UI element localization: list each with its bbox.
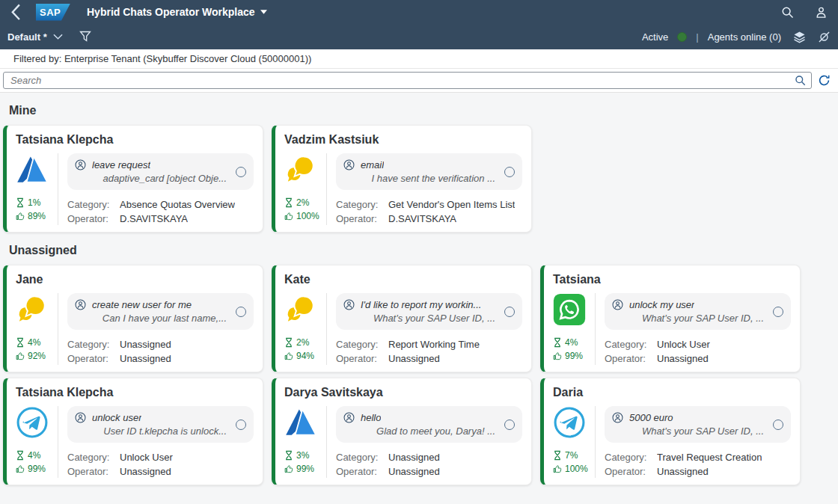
disconnected-icon[interactable] [818, 31, 831, 43]
chat-customer-name: Darya Savitskaya [284, 386, 522, 399]
chat-section: Mine Tatsiana Klepcha 1% 89% [3, 104, 835, 233]
hourglass-icon [284, 337, 293, 348]
chat-card[interactable]: Vadzim Kastsiuk 2% 100% [272, 125, 532, 233]
search-submit-icon[interactable] [795, 75, 806, 86]
category-label: Category: [67, 199, 120, 210]
select-chat-radio[interactable] [504, 167, 515, 177]
select-chat-radio[interactable] [236, 307, 246, 317]
chat-card-body: 4% 92% create new user for me [16, 293, 254, 365]
message-preview-text: I have sent the verification ... [343, 173, 495, 184]
wait-time-stat: 4% [16, 449, 56, 462]
operator-label: Operator: [605, 353, 657, 364]
satisfaction-percentage: 100% [565, 464, 588, 474]
category-row: Category: Absence Quotas Overview [67, 198, 254, 211]
thumbs-up-icon [553, 464, 562, 474]
wait-time-stat: 3% [284, 449, 325, 462]
chat-meta: Category: Report Working Time Operator: … [336, 338, 522, 365]
operator-label: Operator: [336, 466, 388, 477]
chat-card[interactable]: Tatsiana Klepcha 4% 99% [3, 378, 263, 485]
message-preview-bubble[interactable]: create new user for me Can I have your l… [67, 293, 254, 330]
chat-card[interactable]: Darya Savitskaya 3% 99% [272, 378, 532, 485]
message-preview-bubble[interactable]: leave request adaptive_card [object Obje… [67, 153, 254, 190]
message-preview-bubble[interactable]: hello Glad to meet you, Darya! ... [336, 406, 522, 443]
message-preview-text: Glad to meet you, Darya! ... [343, 425, 495, 437]
operator-row: Operator: Unassigned [605, 352, 791, 365]
toolbar-separator: | [696, 31, 698, 43]
card-divider [326, 153, 327, 225]
category-row: Category: Unassigned [67, 338, 254, 351]
operator-row: Operator: Unassigned [336, 465, 522, 478]
message-preview-bubble[interactable]: 5000 euro What's your SAP User ID, ... [605, 406, 791, 443]
operator-row: Operator: Unassigned [67, 352, 254, 365]
select-chat-radio[interactable] [773, 420, 783, 430]
hourglass-icon [553, 337, 562, 348]
category-value: Get Vendor's Open Items List [388, 199, 515, 210]
chat-card[interactable]: Daria 7% 100% [540, 378, 801, 485]
refresh-icon[interactable] [818, 74, 831, 87]
status-label[interactable]: Active [642, 31, 668, 43]
select-chat-radio[interactable] [236, 167, 246, 177]
status-dot-icon[interactable] [677, 32, 687, 42]
satisfaction-percentage: 89% [28, 211, 46, 221]
message-title-row: 5000 euro [612, 412, 764, 423]
category-row: Category: Travel Request Creation [605, 451, 791, 464]
select-chat-radio[interactable] [773, 307, 783, 317]
satisfaction-percentage: 92% [28, 351, 46, 361]
message-preview-bubble[interactable]: I'd like to report my workin... What's y… [336, 293, 522, 330]
back-button[interactable] [10, 6, 21, 18]
hourglass-icon [553, 450, 562, 461]
operator-row: Operator: Unassigned [336, 352, 522, 365]
thumbs-up-icon [16, 211, 25, 221]
message-preview-bubble[interactable]: unlock my user What's your SAP User ID, … [605, 293, 791, 330]
sap-logo[interactable]: SAP [36, 4, 70, 21]
thumbs-up-icon [16, 464, 25, 474]
search-icon[interactable] [781, 6, 794, 19]
chat-customer-name: Kate [284, 273, 522, 286]
app-title-menu[interactable]: Hybrid Chats Operator Workplace [87, 6, 267, 18]
operator-label: Operator: [67, 353, 120, 364]
operator-label: Operator: [605, 466, 657, 477]
chat-section: Unassigned Jane 4% 92% [3, 244, 835, 485]
message-title: unlock my user [629, 299, 694, 310]
variant-label: Default * [7, 31, 47, 43]
chat-card[interactable]: Tatsiana Klepcha 1% 89% [3, 125, 263, 233]
select-chat-radio[interactable] [504, 307, 515, 317]
search-bar [0, 69, 838, 93]
thumbs-up-icon [553, 351, 562, 361]
message-title-row: leave request [75, 159, 227, 170]
category-row: Category: Get Vendor's Open Items List [336, 198, 522, 211]
chat-card[interactable]: Jane 4% 92% [3, 265, 263, 372]
satisfaction-percentage: 94% [296, 351, 314, 361]
chat-channel-column: 2% 94% [284, 293, 325, 365]
hourglass-icon [16, 197, 25, 208]
filter-icon[interactable] [79, 31, 91, 43]
azure-logo-icon [284, 406, 317, 439]
wait-time-stat: 2% [284, 336, 325, 349]
telegram-icon [16, 406, 49, 439]
chat-card[interactable]: Kate 2% 94% [272, 265, 532, 372]
operator-value: Unassigned [120, 353, 171, 364]
message-preview-bubble[interactable]: unlock user User ID t.klepcha is unlock.… [67, 406, 254, 443]
person-icon[interactable] [815, 6, 828, 19]
select-chat-radio[interactable] [504, 420, 515, 430]
message-title-row: unlock user [75, 412, 227, 423]
chat-customer-name: Daria [553, 386, 791, 399]
layers-icon[interactable] [793, 31, 806, 43]
chat-channel-column: 4% 92% [16, 293, 56, 365]
sap-logo-text: SAP [40, 7, 61, 18]
chat-card[interactable]: Tatsiana 4% 99% [540, 265, 801, 372]
message-preview-bubble[interactable]: email I have sent the verification ... [336, 153, 522, 190]
operator-value: Unassigned [388, 466, 440, 477]
chat-bubble-icon [284, 293, 317, 326]
select-chat-radio[interactable] [236, 420, 246, 430]
search-input[interactable] [3, 72, 812, 89]
message-title-row: hello [343, 412, 495, 423]
customer-avatar-icon [75, 412, 86, 423]
chat-channel-column: 4% 99% [553, 293, 593, 365]
operator-row: Operator: Unassigned [605, 465, 791, 478]
customer-avatar-icon [612, 412, 623, 423]
variant-selector[interactable]: Default * [7, 31, 63, 43]
wait-time-stat: 4% [553, 336, 593, 349]
card-grid: Tatsiana Klepcha 1% 89% [3, 125, 835, 233]
chat-details-column: unlock my user What's your SAP User ID, … [605, 293, 791, 365]
